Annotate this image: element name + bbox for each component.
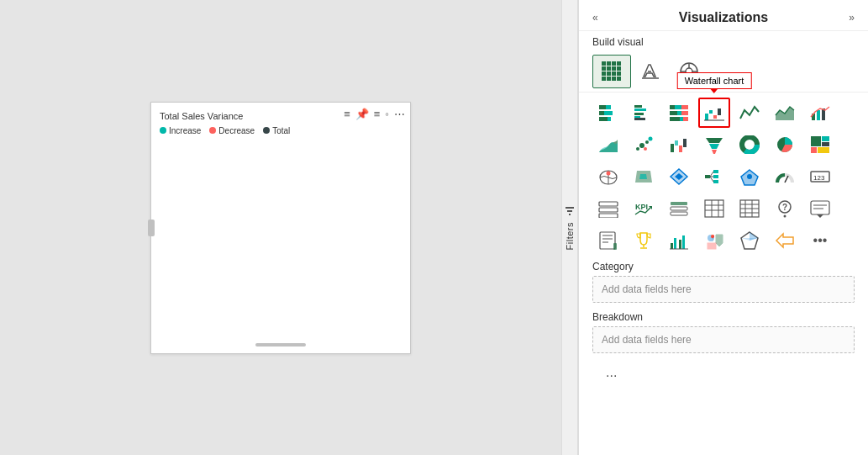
svg-rect-50	[718, 108, 721, 115]
svg-rect-10	[617, 66, 621, 71]
svg-rect-16	[607, 77, 611, 81]
legend-decrease: Decrease	[209, 126, 255, 135]
viz-diamond[interactable]	[734, 225, 765, 256]
viz-clustered-bar[interactable]	[628, 98, 660, 128]
build-visual-btn[interactable]	[592, 55, 631, 88]
viz-column-chart2[interactable]	[663, 225, 695, 256]
svg-rect-46	[683, 117, 688, 121]
more-icon[interactable]: ⋯	[394, 108, 405, 120]
visual-legend: Increase Decrease Total	[160, 126, 290, 135]
svg-rect-95	[599, 202, 618, 206]
analytics-btn[interactable]	[670, 55, 708, 88]
pin-icon[interactable]: 📌	[355, 108, 369, 120]
viz-card[interactable]: 123	[804, 161, 836, 192]
svg-text:123: 123	[813, 174, 825, 182]
viz-smart-narrative[interactable]	[804, 193, 836, 224]
visual-card-toolbar: ≡ 📌 ≡ ◦ ⋯	[344, 108, 405, 120]
svg-rect-30	[604, 111, 613, 115]
viz-kpi[interactable]: KPI	[628, 193, 660, 224]
viz-waterfall2[interactable]	[663, 130, 695, 160]
viz-map[interactable]	[592, 161, 624, 192]
svg-rect-83	[713, 170, 718, 173]
viz-key-influencer[interactable]	[734, 161, 765, 192]
viz-line[interactable]	[734, 98, 765, 128]
viz-gauge[interactable]	[769, 161, 801, 192]
collapse-panel-icon[interactable]: «	[592, 12, 598, 24]
svg-rect-62	[675, 140, 678, 145]
viz-funnel[interactable]	[698, 130, 730, 160]
svg-rect-6	[617, 61, 621, 66]
viz-grid: Waterfall chart	[579, 93, 868, 261]
svg-rect-121	[600, 232, 615, 249]
svg-rect-44	[670, 117, 680, 121]
svg-rect-29	[599, 111, 604, 115]
svg-point-91	[747, 174, 752, 179]
viz-table[interactable]	[698, 193, 730, 224]
svg-rect-54	[817, 110, 820, 120]
category-label: Category	[592, 261, 855, 272]
svg-rect-13	[612, 71, 616, 76]
top-icon-row	[579, 51, 868, 93]
svg-rect-64	[683, 139, 687, 147]
viz-filled-map[interactable]	[628, 161, 660, 192]
viz-waterfall[interactable]: Waterfall chart	[698, 98, 730, 128]
resize-handle-bottom[interactable]	[255, 343, 306, 347]
viz-100pct-bar[interactable]	[663, 98, 695, 128]
filter-icon[interactable]: ≡	[374, 108, 381, 120]
viz-arrows[interactable]	[769, 225, 801, 256]
format-visual-btn[interactable]	[631, 55, 670, 88]
svg-rect-72	[811, 136, 821, 146]
breakdown-drop-zone[interactable]: Add data fields here	[592, 326, 855, 353]
viz-more-options[interactable]: •••	[804, 225, 836, 256]
viz-scatter[interactable]	[628, 130, 660, 160]
viz-azure-map[interactable]	[663, 161, 695, 192]
svg-rect-12	[607, 71, 611, 76]
viz-ribbon[interactable]	[592, 130, 624, 160]
svg-rect-101	[671, 207, 687, 210]
svg-line-86	[710, 172, 713, 177]
viz-multi-row-card[interactable]	[592, 193, 624, 224]
svg-point-78	[607, 172, 611, 176]
viz-qna[interactable]: ?	[769, 193, 801, 224]
svg-rect-17	[612, 77, 616, 81]
svg-rect-73	[822, 136, 829, 141]
resize-handle-left[interactable]	[148, 220, 155, 236]
svg-rect-131	[682, 235, 685, 249]
right-panel: « Visualizations » Build visual	[578, 0, 868, 455]
filters-bar-icon	[565, 205, 575, 217]
viz-shape-map[interactable]: 📍	[698, 225, 730, 256]
viz-donut[interactable]	[734, 130, 765, 160]
total-dot	[263, 127, 270, 134]
ellipsis-icon[interactable]: ≡	[344, 108, 350, 120]
expand-icon[interactable]: ◦	[385, 108, 389, 120]
filters-label: Filters	[565, 222, 575, 250]
viz-slicer[interactable]	[663, 193, 695, 224]
decrease-dot	[209, 127, 216, 134]
svg-point-58	[645, 140, 649, 144]
svg-rect-117	[811, 201, 829, 214]
viz-stacked-bar[interactable]	[592, 98, 624, 128]
svg-rect-135	[708, 243, 716, 249]
viz-treemap[interactable]	[804, 130, 836, 160]
viz-pie[interactable]	[769, 130, 801, 160]
svg-rect-45	[680, 117, 683, 121]
expand-panel-icon[interactable]: »	[849, 12, 855, 24]
viz-line-clustered[interactable]	[804, 98, 836, 128]
svg-rect-76	[818, 147, 829, 153]
viz-matrix[interactable]	[734, 193, 765, 224]
more-fields: ...	[592, 362, 855, 384]
svg-point-70	[745, 140, 754, 149]
viz-decomp-tree[interactable]	[698, 161, 730, 192]
viz-narrative[interactable]	[592, 225, 624, 256]
svg-rect-34	[634, 108, 646, 111]
svg-marker-118	[817, 214, 823, 218]
filters-sidebar[interactable]: Filters	[561, 0, 578, 455]
svg-rect-40	[681, 105, 688, 109]
svg-rect-33	[634, 105, 642, 108]
viz-area[interactable]	[769, 98, 801, 128]
svg-rect-100	[671, 202, 687, 205]
fields-section: Category Add data fields here Breakdown …	[579, 261, 868, 455]
viz-trophy[interactable]	[628, 225, 660, 256]
category-drop-zone[interactable]: Add data fields here	[592, 276, 855, 303]
svg-rect-43	[681, 111, 688, 115]
